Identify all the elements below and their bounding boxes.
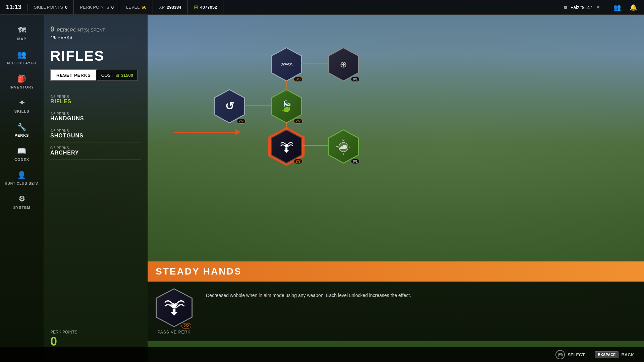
svg-text:S: S [342, 152, 344, 155]
sidebar-item-hunt-club[interactable]: 👤 HUNT CLUB BETA [0, 166, 44, 190]
sidebar-item-map[interactable]: 🗺 MAP [0, 21, 44, 46]
reset-perks-button[interactable]: RESET PERKS [50, 69, 97, 81]
bottom-bar: 🎮 SELECT BKSPACE BACK [0, 347, 644, 362]
back-action: BKSPACE BACK [595, 351, 634, 358]
sidebar-item-codex[interactable]: 📖 CODEX [0, 142, 44, 166]
hud-currency: ⊞ 4077052 [188, 0, 224, 14]
hud-xp: XP 293384 [153, 0, 188, 14]
select-action: 🎮 SELECT [555, 350, 585, 359]
hud-level: LEVEL 60 [120, 0, 153, 14]
reload-badge: 2/2 [237, 119, 246, 124]
perk-points-footer: PERK POINTS 0 [50, 330, 77, 349]
perk-node-compress[interactable]: >>•<< 3/3 [272, 48, 301, 80]
perk-node-wind[interactable]: N E S W 0/1 [329, 130, 358, 163]
system-icon: ⚙ [18, 195, 25, 203]
steady-badge: 2/2 [294, 159, 303, 164]
passive-perk-label: PASSIVE PERK [158, 330, 191, 335]
online-indicator [564, 6, 567, 9]
hud-time: 11:13 [0, 4, 28, 11]
svg-marker-7 [284, 150, 289, 153]
perk-title-bar: STEADY HANDS [148, 261, 644, 282]
weapon-shotguns[interactable]: 4/6 PERKS SHOTGUNS [50, 125, 141, 142]
weapon-archery[interactable]: 0/6 PERKS ARCHERY [50, 142, 141, 160]
sidebar-item-multiplayer[interactable]: 👥 MULTIPLAYER [0, 46, 44, 70]
hud-icons: 👥 🔔 [606, 2, 644, 13]
reset-cost: COST ⊞ 31500 [97, 70, 138, 81]
notifications-icon[interactable]: 🔔 [628, 2, 639, 13]
perk-node-reload[interactable]: ↺ 2/2 [215, 90, 244, 122]
wind-badge: 0/1 [351, 159, 360, 164]
sidebar: 🗺 MAP 👥 MULTIPLAYER 🎒 INVENTORY ✦ SKILLS… [0, 15, 44, 362]
perk-node-scope[interactable]: ⊕ 0/1 [329, 48, 358, 80]
perk-info-content: 2/2 PASSIVE PERK Decreased wobble when i… [148, 282, 644, 341]
weapon-category-title: RIFLES [50, 48, 141, 64]
left-panel: 9 PERK POINT(S) SPENT 4/6 PERKS RIFLES R… [44, 15, 148, 362]
hud-skill-points: SKILL POINTS 0 [28, 0, 74, 14]
svg-marker-15 [170, 312, 178, 316]
hud-bar: 11:13 SKILL POINTS 0 PERK POINTS 0 LEVEL… [0, 0, 644, 15]
select-controller-icon: 🎮 [555, 350, 565, 359]
skills-icon: ✦ [19, 99, 25, 107]
svg-text:E: E [349, 146, 351, 148]
map-icon: 🗺 [18, 26, 26, 35]
perks-count: 4/6 PERKS [50, 35, 141, 40]
weapon-rifles[interactable]: 4/6 PERKS RIFLES [50, 91, 141, 108]
perk-node-leaf[interactable]: 🍃 2/2 [272, 90, 301, 122]
reset-perks-section: RESET PERKS COST ⊞ 31500 [50, 69, 141, 81]
hud-username: Falz#9147 ▼ [558, 5, 606, 10]
weapon-list: 4/6 PERKS RIFLES 4/6 PERKS HANDGUNS 4/6 … [50, 91, 141, 160]
compress-badge: 3/3 [294, 77, 303, 82]
sidebar-item-inventory[interactable]: 🎒 INVENTORY [0, 70, 44, 94]
info-panel: STEADY HANDS 2/2 [148, 261, 644, 362]
perk-large-badge: 2/2 [181, 323, 191, 328]
codex-icon: 📖 [17, 147, 26, 156]
sidebar-item-perks[interactable]: 🔧 PERKS [0, 118, 44, 142]
perk-description: Decreased wobble when in aim mode using … [206, 288, 636, 299]
svg-text:W: W [336, 146, 339, 148]
friends-icon[interactable]: 👥 [612, 2, 623, 13]
perk-tree-area: >>•<< 3/3 ⊕ 0/1 ↺ [148, 15, 644, 362]
perk-large-icon: 2/2 [156, 288, 193, 327]
scope-badge: 0/1 [351, 77, 360, 82]
multiplayer-icon: 👥 [17, 50, 26, 59]
perk-title: STEADY HANDS [156, 266, 241, 277]
weapon-handguns[interactable]: 4/6 PERKS HANDGUNS [50, 108, 141, 125]
back-key[interactable]: BKSPACE [595, 351, 619, 358]
sidebar-item-skills[interactable]: ✦ SKILLS [0, 94, 44, 118]
svg-text:N: N [342, 139, 344, 142]
hunt-club-icon: 👤 [17, 171, 26, 180]
perk-node-steady[interactable]: 2/2 [272, 130, 301, 163]
selection-arrow [174, 129, 241, 135]
sidebar-item-system[interactable]: ⚙ SYSTEM [0, 190, 44, 214]
perk-tree: >>•<< 3/3 ⊕ 0/1 ↺ [174, 21, 409, 182]
inventory-icon: 🎒 [17, 74, 26, 83]
perks-icon: 🔧 [17, 123, 26, 131]
perk-points-spent: 9 PERK POINT(S) SPENT [50, 25, 141, 34]
hud-perk-points: PERK POINTS 0 [74, 0, 120, 14]
leaf-badge: 2/2 [294, 119, 303, 124]
